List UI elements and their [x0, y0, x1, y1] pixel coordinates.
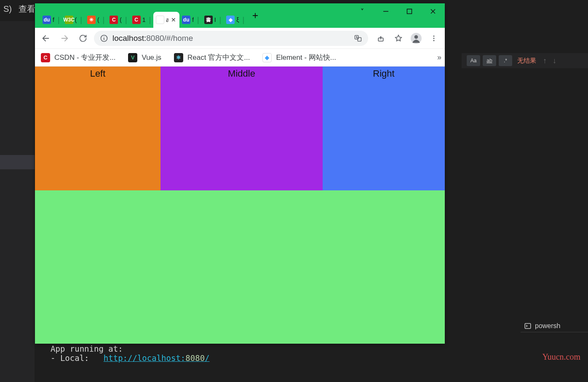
browser-tab[interactable]: duf|	[179, 12, 202, 28]
window-controls: ˅	[350, 3, 445, 19]
forward-button[interactable]	[57, 31, 72, 46]
maximize-icon	[406, 8, 412, 14]
browser-tab[interactable]: duf|	[40, 12, 62, 28]
tab-close-icon[interactable]: ✕	[170, 16, 177, 23]
ide-search-panel: Aa ab .* 无结果 ↑ ↓	[462, 53, 588, 68]
toolbar: localhost:8080/#/home	[35, 28, 445, 49]
svg-point-10	[433, 40, 435, 41]
bottom-area	[35, 190, 445, 344]
search-next-icon[interactable]: ↓	[551, 56, 558, 65]
tab-separator: |	[195, 16, 199, 24]
bookmark-favicon: C	[41, 53, 50, 62]
watermark: Yuucn.com	[542, 352, 580, 362]
terminal-url[interactable]: http://localhost:8080/	[104, 353, 210, 363]
window-dropdown-button[interactable]: ˅	[350, 3, 374, 19]
star-icon	[394, 34, 403, 43]
bookmark-item[interactable]: ⚛React 官方中文文...	[171, 51, 252, 64]
browser-tab[interactable]: C(|	[107, 12, 129, 28]
ide-menu-bar[interactable]: S) 查看	[0, 3, 39, 15]
bookmark-label: Element - 网站快...	[276, 53, 336, 62]
browser-titlebar[interactable]: duf|W3C(|✳(|C(|C1|a✕duf|書I|◆ξ| ˅	[35, 3, 445, 28]
tab-favicon: C	[132, 16, 141, 24]
minimize-button[interactable]	[374, 3, 398, 19]
browser-tab[interactable]: ✳(|	[85, 12, 107, 28]
bookmarks-overflow[interactable]: »	[437, 53, 441, 62]
regex-toggle[interactable]: .*	[499, 55, 512, 66]
svg-point-7	[414, 35, 418, 39]
ide-menu-prefix: S)	[0, 4, 15, 14]
tab-favicon: 書	[204, 16, 213, 24]
close-icon	[430, 8, 436, 14]
bookmark-item[interactable]: CCSDN - 专业开发...	[38, 51, 118, 64]
bookmark-favicon: V	[128, 53, 137, 62]
page-content: Left Middle Right	[35, 67, 445, 344]
bookmarks-bar: CCSDN - 专业开发...VVue.js⚛React 官方中文文...◆El…	[35, 49, 445, 67]
terminal-tab[interactable]: powersh	[521, 320, 588, 332]
svg-rect-1	[407, 9, 412, 14]
tab-title-letter: a	[166, 16, 168, 23]
bookmark-item[interactable]: ◆Element - 网站快...	[260, 51, 339, 64]
address-bar[interactable]: localhost:8080/#/home	[94, 31, 368, 46]
site-info-icon[interactable]	[100, 34, 108, 43]
tab-separator: |	[101, 16, 105, 24]
reload-button[interactable]	[75, 31, 91, 46]
svg-rect-0	[525, 323, 531, 329]
middle-column: Middle	[160, 67, 323, 190]
tab-title-letter: f	[192, 16, 194, 23]
browser-tab[interactable]: C1|	[130, 12, 153, 28]
share-icon	[377, 34, 385, 43]
tab-title-letter: 1	[142, 16, 146, 23]
maximize-button[interactable]	[398, 3, 421, 19]
avatar-icon	[411, 33, 422, 44]
tab-title-letter: f	[53, 16, 54, 23]
search-prev-icon[interactable]: ↑	[541, 56, 548, 65]
terminal-line: - Local:	[51, 353, 104, 363]
profile-button[interactable]	[409, 31, 424, 46]
kebab-icon	[430, 35, 438, 42]
new-tab-button[interactable]	[249, 9, 262, 22]
minimize-icon	[383, 8, 389, 14]
bookmark-label: React 官方中文文...	[187, 53, 250, 62]
whole-word-toggle[interactable]: ab	[483, 55, 496, 66]
share-button[interactable]	[373, 31, 388, 46]
right-column: Right	[323, 67, 445, 190]
bookmark-button[interactable]	[391, 31, 406, 46]
case-sensitive-toggle[interactable]: Aa	[467, 55, 480, 66]
svg-point-9	[433, 37, 435, 39]
terminal-shell-name: powersh	[535, 322, 560, 330]
tab-favicon: ✳	[87, 16, 96, 24]
back-button[interactable]	[38, 31, 53, 46]
svg-point-8	[433, 35, 435, 37]
browser-tab[interactable]: ◆ξ|	[224, 12, 247, 28]
browser-tab[interactable]: a✕	[153, 12, 179, 28]
terminal-output[interactable]: App running at: - Local: http://localhos…	[51, 344, 588, 382]
tab-title-letter: ξ	[236, 16, 239, 23]
arrow-left-icon	[41, 34, 51, 43]
browser-tab[interactable]: 書I|	[202, 12, 224, 28]
tab-favicon: C	[110, 16, 118, 24]
tab-title-letter: (	[97, 16, 99, 23]
bookmark-item[interactable]: VVue.js	[126, 51, 164, 64]
tab-separator: |	[123, 16, 127, 24]
arrow-right-icon	[60, 34, 69, 43]
tab-separator: |	[78, 16, 82, 24]
terminal-icon	[524, 322, 532, 330]
tab-title-letter: (	[120, 16, 122, 23]
ide-sidebar	[0, 21, 35, 382]
tab-favicon: du	[43, 16, 51, 24]
browser-tab[interactable]: W3C(|	[62, 12, 85, 28]
translate-icon[interactable]	[354, 34, 362, 43]
columns-row: Left Middle Right	[35, 67, 445, 190]
bookmark-favicon: ⚛	[174, 53, 183, 62]
tab-separator: |	[147, 16, 151, 24]
bookmark-label: Vue.js	[142, 53, 161, 62]
tab-favicon: W3C	[65, 16, 73, 24]
tab-separator: |	[241, 16, 245, 24]
ide-sidebar-selected[interactable]	[0, 155, 35, 169]
tab-title-letter: (	[75, 16, 77, 23]
tab-strip: duf|W3C(|✳(|C(|C1|a✕duf|書I|◆ξ|	[35, 3, 247, 28]
close-button[interactable]	[421, 3, 445, 19]
browser-window: duf|W3C(|✳(|C(|C1|a✕duf|書I|◆ξ| ˅	[35, 3, 445, 344]
menu-button[interactable]	[426, 31, 441, 46]
bookmark-favicon: ◆	[262, 53, 272, 62]
